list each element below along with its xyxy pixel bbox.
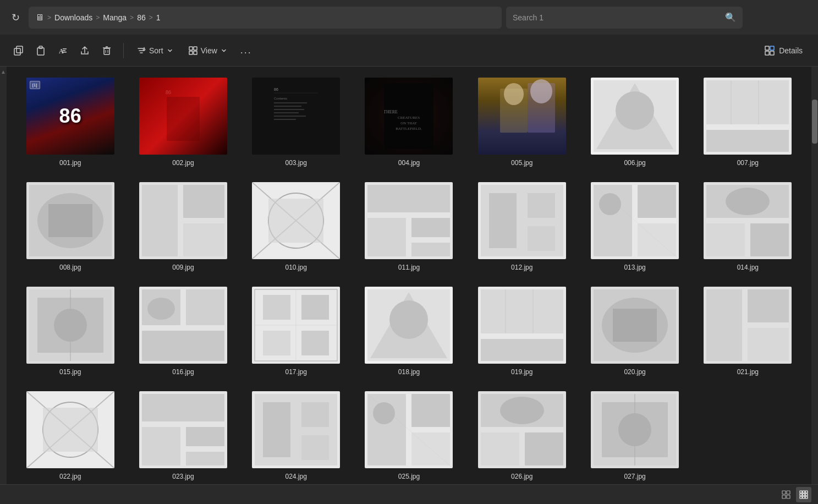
copy-button[interactable]	[9, 41, 29, 61]
refresh-button[interactable]: ↻	[7, 9, 24, 26]
list-item[interactable]: 012.jpg	[469, 180, 574, 273]
list-item[interactable]: 016.jpg	[130, 284, 235, 378]
svg-rect-32	[274, 119, 296, 120]
right-scrollbar	[811, 67, 818, 484]
view-dropdown[interactable]: View	[182, 43, 234, 58]
file-thumbnail	[26, 391, 114, 468]
paste-icon	[36, 46, 46, 56]
list-item[interactable]: 013.jpg	[582, 180, 687, 273]
svg-text:CREATURES: CREATURES	[398, 116, 420, 120]
svg-text:THERE: THERE	[384, 109, 398, 114]
scroll-up-arrow[interactable]: ▲	[1, 69, 6, 74]
list-item[interactable]: 009.jpg	[130, 180, 235, 273]
file-thumbnail	[252, 182, 340, 259]
file-thumbnail	[591, 287, 679, 364]
file-thumbnail	[26, 287, 114, 364]
scroll-thumb[interactable]	[812, 100, 817, 144]
svg-rect-139	[805, 496, 808, 498]
list-item[interactable]: 86002.jpg	[130, 75, 235, 169]
list-item[interactable]: THERE CREATURES ON THAT BATTLEFIELD. 004…	[356, 75, 462, 169]
breadcrumb-manga[interactable]: Manga	[103, 13, 127, 22]
paste-button[interactable]	[31, 41, 51, 61]
file-name: 004.jpg	[398, 159, 420, 167]
file-name: 025.jpg	[398, 473, 420, 480]
list-item[interactable]: 018.jpg	[356, 284, 462, 378]
breadcrumb-86[interactable]: 86	[137, 13, 146, 22]
list-item[interactable]: 021.jpg	[695, 284, 800, 378]
top-bar: ↻ 🖥 > Downloads > Manga > 86 > 1 🔍	[0, 0, 818, 35]
svg-point-117	[373, 402, 395, 424]
file-name: 003.jpg	[286, 159, 307, 167]
list-item[interactable]: [1]86001.jpg	[18, 75, 123, 169]
search-input[interactable]	[513, 13, 721, 22]
list-item[interactable]: 019.jpg	[469, 284, 574, 378]
svg-rect-93	[481, 339, 563, 361]
file-name: 005.jpg	[511, 159, 532, 167]
list-item[interactable]: 027.jpg	[582, 389, 687, 483]
breadcrumb-1[interactable]: 1	[156, 13, 161, 22]
svg-point-91	[389, 300, 428, 339]
svg-rect-129	[782, 495, 786, 498]
svg-rect-63	[489, 193, 517, 248]
svg-rect-106	[142, 394, 224, 421]
file-name: 013.jpg	[624, 264, 645, 271]
list-view-button[interactable]	[778, 487, 794, 502]
file-thumbnail	[26, 182, 114, 259]
share-button[interactable]	[75, 41, 95, 61]
svg-rect-89	[301, 331, 329, 355]
file-thumbnail	[139, 182, 227, 259]
list-item[interactable]: 005.jpg	[469, 75, 574, 169]
list-item[interactable]: 010.jpg	[244, 180, 349, 273]
sort-icon	[137, 46, 146, 55]
breadcrumb-downloads[interactable]: Downloads	[54, 13, 92, 22]
svg-rect-80	[186, 289, 224, 325]
file-thumbnail	[478, 78, 566, 155]
list-item[interactable]: 007.jpg	[695, 75, 800, 169]
file-name: 018.jpg	[398, 368, 420, 376]
grid-view-button[interactable]	[796, 487, 811, 502]
svg-rect-31	[274, 116, 306, 117]
search-icon: 🔍	[725, 12, 736, 23]
svg-rect-50	[48, 204, 92, 237]
details-icon	[765, 46, 775, 56]
svg-point-43	[616, 91, 654, 130]
left-scrollbar: ▲	[0, 67, 7, 484]
list-item[interactable]: 008.jpg	[18, 180, 123, 273]
svg-rect-18	[770, 46, 774, 50]
file-name: 002.jpg	[172, 159, 194, 167]
svg-rect-134	[800, 494, 802, 496]
list-item[interactable]: 022.jpg	[18, 389, 123, 483]
sort-chevron-icon	[167, 47, 173, 54]
list-item[interactable]: 86 Contents 003.jpg	[244, 75, 349, 169]
list-item[interactable]: 017.jpg	[244, 284, 349, 378]
svg-rect-16	[194, 51, 197, 54]
file-name: 007.jpg	[737, 159, 759, 167]
delete-button[interactable]	[97, 41, 117, 61]
copy-icon	[14, 46, 24, 56]
file-name: 022.jpg	[59, 473, 81, 480]
file-name: 017.jpg	[286, 368, 307, 376]
more-button[interactable]: ...	[236, 41, 256, 61]
list-item[interactable]: 023.jpg	[130, 389, 235, 483]
svg-rect-22	[167, 97, 200, 141]
file-thumbnail	[591, 391, 679, 468]
rename-button[interactable]: A	[53, 41, 73, 61]
details-button[interactable]: Details	[758, 42, 809, 59]
search-bar: 🔍	[506, 7, 743, 29]
svg-rect-28	[274, 106, 301, 107]
svg-text:Contents: Contents	[274, 97, 287, 100]
list-item[interactable]: 015.jpg	[18, 284, 123, 378]
list-item[interactable]: 011.jpg	[356, 180, 462, 273]
file-thumbnail: 86	[139, 78, 227, 155]
list-item[interactable]: 024.jpg	[244, 389, 349, 483]
file-thumbnail	[252, 287, 340, 364]
svg-rect-3	[39, 46, 42, 48]
list-item[interactable]: 006.jpg	[582, 75, 687, 169]
sort-dropdown[interactable]: Sort	[130, 43, 180, 58]
list-item[interactable]: 025.jpg	[356, 389, 462, 483]
list-item[interactable]: 020.jpg	[582, 284, 687, 378]
svg-rect-72	[706, 223, 745, 256]
list-item[interactable]: 014.jpg	[695, 180, 800, 273]
list-item[interactable]: 026.jpg	[469, 389, 574, 483]
file-thumbnail	[591, 182, 679, 259]
